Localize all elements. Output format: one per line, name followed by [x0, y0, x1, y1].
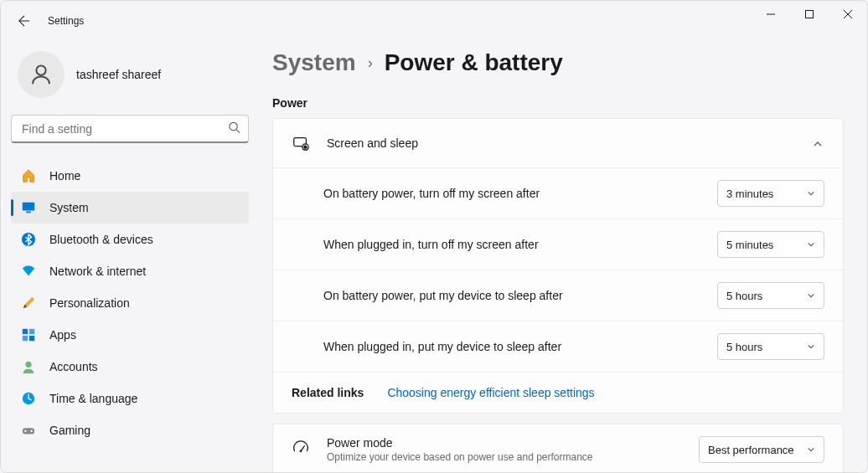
- chevron-down-icon: [807, 445, 815, 454]
- setting-label: When plugged in, put my device to sleep …: [323, 340, 561, 353]
- sidebar-item-label: System: [49, 201, 89, 214]
- svg-point-17: [300, 450, 302, 452]
- system-icon: [21, 200, 36, 215]
- setting-row-plugged-sleep: When plugged in, put my device to sleep …: [273, 321, 843, 372]
- screen-sleep-icon: [292, 134, 310, 152]
- arrow-left-icon: [18, 15, 30, 27]
- nav-list: Home System Bluetooth & devices Network …: [11, 160, 249, 446]
- sidebar-item-network[interactable]: Network & internet: [11, 255, 249, 287]
- svg-rect-9: [29, 336, 34, 341]
- sidebar-item-label: Home: [49, 169, 80, 183]
- svg-rect-7: [29, 329, 34, 334]
- setting-row-battery-screen: On battery power, turn off my screen aft…: [273, 167, 843, 219]
- setting-label: On battery power, put my device to sleep…: [323, 289, 563, 302]
- main-content: System › Power & battery Power Screen an…: [259, 41, 867, 472]
- setting-row-battery-sleep: On battery power, put my device to sleep…: [273, 270, 843, 321]
- svg-rect-0: [806, 11, 814, 18]
- chevron-down-icon: [807, 240, 815, 249]
- sidebar-item-label: Gaming: [49, 424, 90, 437]
- breadcrumb: System › Power & battery: [272, 49, 844, 76]
- close-icon: [844, 10, 852, 18]
- sidebar-item-personalization[interactable]: Personalization: [11, 287, 249, 319]
- svg-point-14: [30, 430, 32, 432]
- sidebar-item-time-language[interactable]: Time & language: [11, 383, 249, 414]
- maximize-button[interactable]: [790, 1, 829, 28]
- dropdown-value: Best performance: [708, 444, 794, 456]
- dropdown-plugged-sleep[interactable]: 5 hours: [717, 333, 824, 360]
- sidebar-item-label: Bluetooth & devices: [49, 233, 153, 246]
- svg-rect-4: [26, 212, 30, 213]
- gamepad-icon: [21, 423, 36, 438]
- avatar: [18, 51, 65, 98]
- screen-sleep-header[interactable]: Screen and sleep: [273, 119, 843, 167]
- back-button[interactable]: [8, 4, 41, 38]
- chevron-down-icon: [807, 342, 815, 351]
- power-mode-text: Power mode Optimize your device based on…: [327, 436, 682, 463]
- screen-sleep-title: Screen and sleep: [327, 136, 796, 150]
- dropdown-battery-screen[interactable]: 3 minutes: [717, 180, 824, 207]
- user-name: tashreef shareef: [76, 68, 161, 81]
- sidebar-item-accounts[interactable]: Accounts: [11, 351, 249, 383]
- sidebar-item-label: Network & internet: [49, 265, 146, 278]
- minimize-icon: [767, 10, 775, 18]
- chevron-right-icon: ›: [368, 54, 373, 72]
- breadcrumb-parent[interactable]: System: [272, 49, 356, 76]
- chevron-down-icon: [807, 291, 815, 300]
- maximize-icon: [805, 10, 814, 18]
- user-profile[interactable]: tashreef shareef: [11, 41, 249, 115]
- setting-label: When plugged in, turn off my screen afte…: [323, 238, 539, 251]
- power-mode-subtitle: Optimize your device based on power use …: [327, 451, 682, 463]
- related-links-label: Related links: [292, 386, 364, 399]
- dropdown-value: 5 minutes: [726, 239, 773, 251]
- svg-rect-8: [23, 336, 28, 341]
- related-link-energy-efficient[interactable]: Choosing energy efficient sleep settings: [387, 386, 594, 399]
- related-links-row: Related links Choosing energy efficient …: [273, 372, 843, 413]
- setting-row-plugged-screen: When plugged in, turn off my screen afte…: [273, 219, 843, 270]
- dropdown-battery-sleep[interactable]: 5 hours: [717, 282, 824, 309]
- window-title: Settings: [48, 15, 84, 27]
- svg-point-1: [36, 65, 45, 75]
- person-icon: [28, 62, 54, 87]
- chevron-down-icon: [807, 189, 815, 198]
- dropdown-value: 5 hours: [726, 341, 762, 353]
- home-icon: [21, 168, 36, 183]
- power-mode-icon: [292, 440, 310, 459]
- screen-sleep-card: Screen and sleep On battery power, turn …: [272, 118, 844, 414]
- wifi-icon: [21, 264, 36, 279]
- sidebar-item-apps[interactable]: Apps: [11, 319, 249, 351]
- brush-icon: [21, 296, 36, 311]
- svg-rect-6: [23, 329, 28, 334]
- setting-label: On battery power, turn off my screen aft…: [323, 187, 540, 200]
- dropdown-value: 3 minutes: [726, 188, 773, 200]
- svg-rect-12: [23, 428, 34, 434]
- svg-point-13: [24, 430, 26, 432]
- sidebar-item-label: Personalization: [49, 296, 130, 310]
- sidebar-item-label: Accounts: [49, 360, 98, 373]
- sidebar-item-system[interactable]: System: [11, 192, 249, 224]
- page-title: Power & battery: [385, 49, 563, 76]
- dropdown-power-mode[interactable]: Best performance: [699, 436, 824, 463]
- section-label-power: Power: [272, 96, 844, 110]
- chevron-up-icon: [813, 137, 824, 149]
- minimize-button[interactable]: [752, 1, 790, 28]
- sidebar-item-home[interactable]: Home: [11, 160, 249, 192]
- sidebar-item-gaming[interactable]: Gaming: [11, 414, 249, 446]
- close-button[interactable]: [829, 1, 867, 28]
- sidebar: tashreef shareef Home System Bluetooth &…: [1, 41, 259, 472]
- svg-point-10: [25, 362, 31, 368]
- svg-rect-3: [23, 203, 34, 211]
- titlebar: Settings: [1, 1, 867, 41]
- dropdown-plugged-screen[interactable]: 5 minutes: [717, 231, 824, 258]
- clock-globe-icon: [21, 391, 36, 406]
- window-controls: [752, 1, 867, 28]
- sidebar-item-label: Apps: [49, 328, 76, 342]
- search-input[interactable]: [11, 115, 249, 143]
- power-mode-title: Power mode: [327, 436, 682, 450]
- account-icon: [21, 359, 36, 374]
- dropdown-value: 5 hours: [726, 290, 762, 302]
- apps-icon: [21, 327, 36, 342]
- power-mode-card: Power mode Optimize your device based on…: [272, 424, 844, 472]
- sidebar-item-label: Time & language: [49, 392, 137, 405]
- sidebar-item-bluetooth[interactable]: Bluetooth & devices: [11, 224, 249, 255]
- search-box: [11, 115, 249, 143]
